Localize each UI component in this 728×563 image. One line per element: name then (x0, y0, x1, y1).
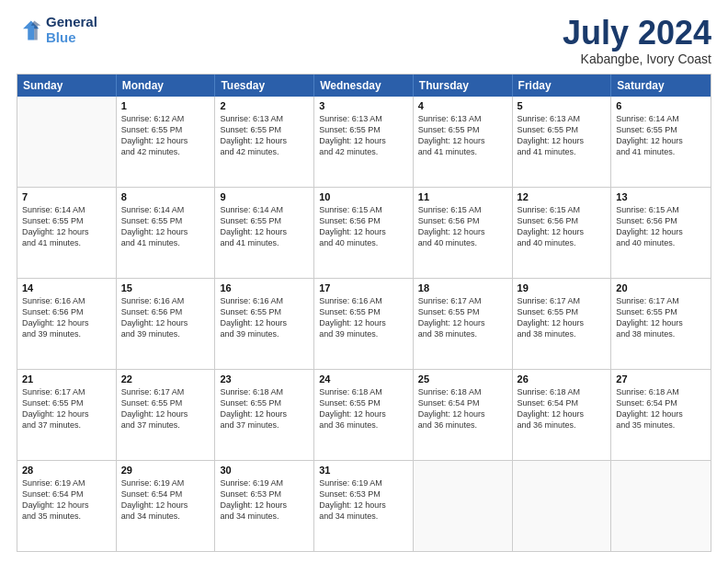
cell-line: Sunset: 6:54 PM (22, 488, 111, 500)
cell-line: and 39 minutes. (220, 328, 309, 339)
cell-line: Daylight: 12 hours (220, 226, 309, 237)
cell-line: Sunrise: 6:14 AM (22, 204, 111, 215)
cal-cell-1-5: 4Sunrise: 6:13 AMSunset: 6:55 PMDaylight… (414, 97, 513, 187)
cal-cell-4-4: 24Sunrise: 6:18 AMSunset: 6:55 PMDayligh… (314, 370, 414, 460)
logo: General Blue (17, 15, 97, 45)
cell-line: Daylight: 12 hours (616, 135, 706, 146)
cell-line: Daylight: 12 hours (22, 408, 111, 419)
cell-line: Daylight: 12 hours (616, 226, 706, 237)
cal-cell-3-4: 17Sunrise: 6:16 AMSunset: 6:55 PMDayligh… (314, 279, 414, 369)
day-number: 17 (319, 282, 408, 293)
day-number: 14 (22, 282, 111, 293)
cal-cell-5-6 (513, 461, 612, 551)
cell-line: Daylight: 12 hours (319, 500, 408, 511)
cal-cell-2-3: 9Sunrise: 6:14 AMSunset: 6:55 PMDaylight… (215, 188, 314, 278)
cal-cell-1-6: 5Sunrise: 6:13 AMSunset: 6:55 PMDaylight… (513, 97, 612, 187)
cell-line: Sunset: 6:55 PM (616, 306, 706, 317)
cell-line: and 37 minutes. (22, 419, 111, 431)
cell-line: Sunrise: 6:17 AM (616, 295, 706, 306)
cal-cell-5-1: 28Sunrise: 6:19 AMSunset: 6:54 PMDayligh… (17, 461, 117, 551)
cell-line: Sunset: 6:55 PM (220, 215, 309, 226)
day-number: 31 (319, 465, 408, 476)
cell-line: Sunset: 6:55 PM (319, 306, 408, 317)
cell-line: and 40 minutes. (319, 237, 408, 248)
cell-line: Sunset: 6:54 PM (121, 488, 210, 500)
cell-line: and 37 minutes. (220, 419, 309, 431)
cell-line: Sunrise: 6:17 AM (121, 386, 210, 397)
cell-line: and 36 minutes. (518, 419, 607, 431)
cell-line: Sunrise: 6:18 AM (616, 386, 706, 397)
cal-cell-1-3: 2Sunrise: 6:13 AMSunset: 6:55 PMDaylight… (215, 97, 314, 187)
main-title: July 2024 (563, 15, 711, 52)
cell-line: and 41 minutes. (518, 146, 607, 157)
cell-line: Daylight: 12 hours (518, 135, 607, 146)
cal-cell-4-5: 25Sunrise: 6:18 AMSunset: 6:54 PMDayligh… (414, 370, 513, 460)
cell-line: and 38 minutes. (616, 328, 706, 339)
cal-cell-3-2: 15Sunrise: 6:16 AMSunset: 6:56 PMDayligh… (117, 279, 216, 369)
cell-line: Sunset: 6:55 PM (319, 397, 408, 408)
day-number: 19 (518, 282, 607, 293)
week-row-4: 21Sunrise: 6:17 AMSunset: 6:55 PMDayligh… (17, 370, 711, 461)
cell-line: Sunset: 6:54 PM (518, 397, 607, 408)
cell-line: Sunrise: 6:13 AM (319, 113, 408, 124)
cell-line: Daylight: 12 hours (418, 135, 507, 146)
cal-cell-2-5: 11Sunrise: 6:15 AMSunset: 6:56 PMDayligh… (414, 188, 513, 278)
day-number: 10 (319, 191, 408, 202)
cell-line: Sunset: 6:55 PM (518, 124, 607, 135)
cell-line: and 41 minutes. (418, 146, 507, 157)
day-number: 8 (121, 191, 210, 202)
cell-line: and 41 minutes. (616, 146, 706, 157)
day-number: 21 (22, 373, 111, 385)
day-number: 5 (518, 100, 607, 111)
cell-line: Daylight: 12 hours (319, 408, 408, 419)
cell-line: Daylight: 12 hours (121, 226, 210, 237)
cal-cell-5-2: 29Sunrise: 6:19 AMSunset: 6:54 PMDayligh… (117, 461, 216, 551)
cell-line: Sunrise: 6:13 AM (220, 113, 309, 124)
cell-line: and 40 minutes. (616, 237, 706, 248)
cell-line: Sunrise: 6:12 AM (121, 113, 210, 124)
cell-line: Sunset: 6:56 PM (518, 215, 607, 226)
cell-line: Sunrise: 6:15 AM (616, 204, 706, 215)
cell-line: Sunrise: 6:16 AM (220, 295, 309, 306)
cell-line: Daylight: 12 hours (518, 226, 607, 237)
day-number: 11 (418, 191, 507, 202)
cal-cell-4-3: 23Sunrise: 6:18 AMSunset: 6:55 PMDayligh… (215, 370, 314, 460)
day-number: 20 (616, 282, 706, 293)
cal-cell-5-7 (611, 461, 711, 551)
cell-line: and 37 minutes. (121, 419, 210, 431)
cell-line: and 35 minutes. (22, 511, 111, 522)
cal-cell-4-2: 22Sunrise: 6:17 AMSunset: 6:55 PMDayligh… (117, 370, 216, 460)
day-number: 12 (518, 191, 607, 202)
cell-line: and 34 minutes. (319, 511, 408, 522)
cell-line: Sunrise: 6:14 AM (121, 204, 210, 215)
cell-line: Sunset: 6:55 PM (220, 306, 309, 317)
cell-line: Sunset: 6:55 PM (121, 397, 210, 408)
cal-cell-5-4: 31Sunrise: 6:19 AMSunset: 6:53 PMDayligh… (314, 461, 414, 551)
logo-icon (17, 17, 42, 43)
cell-line: Sunrise: 6:19 AM (121, 477, 210, 488)
day-number: 23 (220, 373, 309, 385)
day-number: 6 (616, 100, 706, 111)
cell-line: and 39 minutes. (22, 328, 111, 339)
cell-line: Daylight: 12 hours (319, 226, 408, 237)
cell-line: Sunset: 6:56 PM (418, 215, 507, 226)
header-day-sunday: Sunday (17, 75, 117, 97)
header-day-saturday: Saturday (611, 75, 711, 97)
cal-cell-4-1: 21Sunrise: 6:17 AMSunset: 6:55 PMDayligh… (17, 370, 117, 460)
day-number: 9 (220, 191, 309, 202)
cal-cell-3-7: 20Sunrise: 6:17 AMSunset: 6:55 PMDayligh… (611, 279, 711, 369)
cell-line: and 40 minutes. (518, 237, 607, 248)
cell-line: Sunset: 6:56 PM (616, 215, 706, 226)
cal-cell-2-4: 10Sunrise: 6:15 AMSunset: 6:56 PMDayligh… (314, 188, 414, 278)
header-day-tuesday: Tuesday (215, 75, 314, 97)
cell-line: and 42 minutes. (220, 146, 309, 157)
cal-cell-2-2: 8Sunrise: 6:14 AMSunset: 6:55 PMDaylight… (117, 188, 216, 278)
cal-cell-3-1: 14Sunrise: 6:16 AMSunset: 6:56 PMDayligh… (17, 279, 117, 369)
day-number: 29 (121, 465, 210, 476)
cell-line: Sunrise: 6:15 AM (418, 204, 507, 215)
cell-line: Sunset: 6:55 PM (319, 124, 408, 135)
cell-line: Sunrise: 6:16 AM (22, 295, 111, 306)
cell-line: Sunrise: 6:17 AM (418, 295, 507, 306)
cell-line: Sunset: 6:55 PM (418, 306, 507, 317)
cell-line: Sunrise: 6:19 AM (319, 477, 408, 488)
